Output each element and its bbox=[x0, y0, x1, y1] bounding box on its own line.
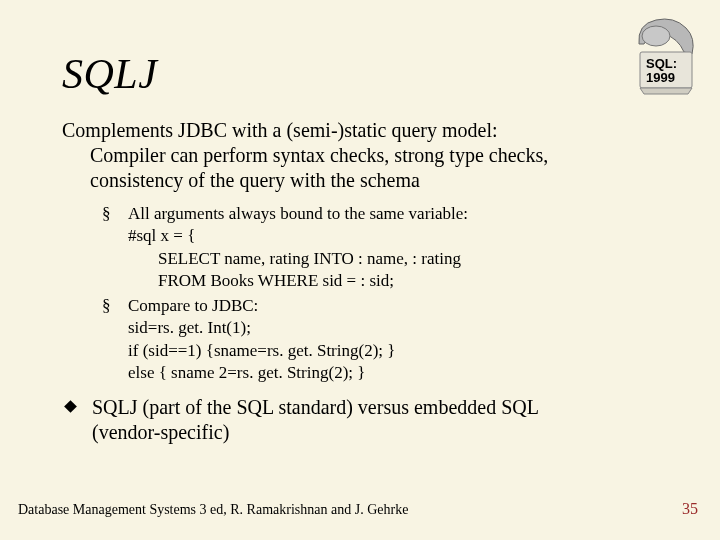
paragraph-intro: Complements JDBC with a (semi-)static qu… bbox=[62, 118, 642, 193]
diamond-l2: (vendor-specific) bbox=[92, 421, 229, 443]
sub-item1-l3: FROM Books WHERE sid = : sid; bbox=[128, 270, 642, 292]
sql-1999-logo: SQL: 1999 bbox=[634, 14, 698, 96]
slide: SQL: 1999 SQLJ Complements JDBC with a (… bbox=[0, 0, 720, 540]
logo-text-sql: SQL: bbox=[646, 56, 677, 71]
sub-item2-l1: sid=rs. get. Int(1); bbox=[128, 317, 642, 339]
para1-line1: Complements JDBC with a (semi-)static qu… bbox=[62, 119, 498, 141]
sub-item1-head: All arguments always bound to the same v… bbox=[128, 204, 468, 223]
para1-line2: Compiler can perform syntax checks, stro… bbox=[62, 143, 642, 168]
slide-title: SQLJ bbox=[62, 50, 157, 98]
page-number: 35 bbox=[682, 500, 698, 518]
sub-item2-head: Compare to JDBC: bbox=[128, 296, 258, 315]
diamond-l1: SQLJ (part of the SQL standard) versus e… bbox=[92, 396, 539, 418]
diamond-bullet-sqlj-vs-embedded: SQLJ (part of the SQL standard) versus e… bbox=[62, 395, 642, 445]
sub-item2-l2: if (sid==1) {sname=rs. get. String(2); } bbox=[128, 340, 642, 362]
sub-bullet-list: All arguments always bound to the same v… bbox=[62, 203, 642, 385]
sub-item-arguments: All arguments always bound to the same v… bbox=[128, 203, 642, 293]
sub-item1-l2: SELECT name, rating INTO : name, : ratin… bbox=[128, 248, 642, 270]
svg-point-0 bbox=[642, 26, 670, 46]
sub-item2-l3: else { sname 2=rs. get. String(2); } bbox=[128, 362, 642, 384]
para1-line3: consistency of the query with the schema bbox=[62, 168, 642, 193]
sub-item1-l1: #sql x = { bbox=[128, 225, 642, 247]
footer-citation: Database Management Systems 3 ed, R. Ram… bbox=[18, 502, 408, 518]
sub-item-jdbc: Compare to JDBC: sid=rs. get. Int(1); if… bbox=[128, 295, 642, 385]
logo-text-year: 1999 bbox=[646, 70, 675, 85]
slide-body: Complements JDBC with a (semi-)static qu… bbox=[62, 118, 642, 445]
